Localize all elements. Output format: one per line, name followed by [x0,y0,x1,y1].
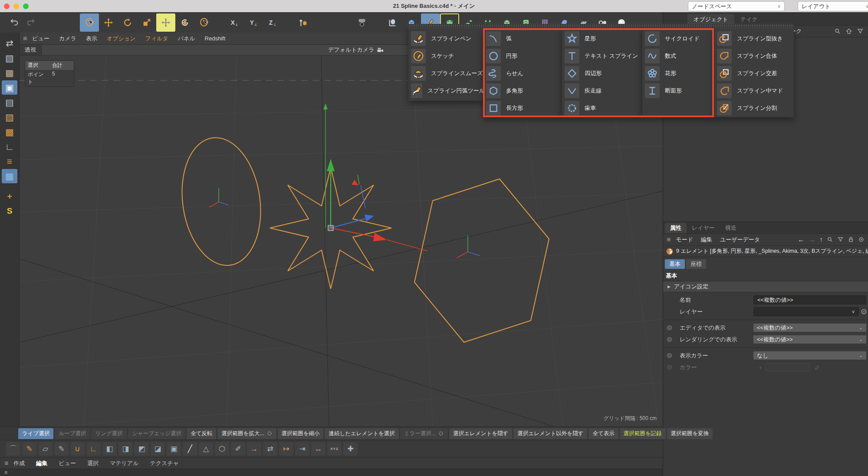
selection-button-1[interactable]: ライブ選択 [18,428,53,439]
selection-button-11[interactable]: 選択エレメント以外を隠す [513,428,587,439]
nodespace-select[interactable]: ノードスペース∨ [688,1,785,11]
bottom-menu-1[interactable]: 作成 [13,459,25,467]
lock-x-button[interactable]: X [225,13,244,32]
bottom-menu-5[interactable]: マテリアル [110,459,139,467]
menu-item-prim2-2[interactable]: テキスト スプライン [562,47,642,65]
polygon-mode-icon[interactable]: ▨ [2,110,17,124]
sculpt-knife-icon[interactable]: ✎ [22,442,36,456]
menu-item-bool-1[interactable]: スプライン型抜き [714,30,794,47]
hamburger-icon[interactable]: ≡ [23,35,27,43]
viewport-menu-1[interactable]: ビュー [32,35,49,43]
menu-item-prim3-4[interactable]: 断面形 [642,82,714,99]
bottom-menu-3[interactable]: ビュー [59,459,76,467]
tab-structure[interactable]: 構造 [720,223,742,233]
cone-tool-icon[interactable]: △ [199,442,213,456]
gear-icon[interactable] [266,430,273,436]
inner-extrude-icon[interactable]: ◨ [118,442,133,456]
uv-mode-icon[interactable]: ▦ [2,169,17,183]
live-selection-tool[interactable] [194,13,214,32]
display-settings-button[interactable] [383,13,402,32]
selection-button-6[interactable]: 選択範囲を拡大... [217,428,276,439]
close-window-icon[interactable] [4,3,10,9]
extrude-icon[interactable]: ◧ [102,442,117,456]
menu-item-prim1-3[interactable]: らせん [483,65,562,82]
snap-icon[interactable]: S [2,204,17,218]
arrow-move-icon[interactable]: → [247,442,261,456]
menu-item-prim3-3[interactable]: 花形 [642,65,714,82]
model-mode-icon[interactable]: ▧ [2,51,17,65]
color-swatch[interactable] [766,363,810,371]
menu-item-bool-5[interactable]: スプライン分割 [714,99,794,117]
filter-icon[interactable] [837,236,844,243]
polygon-pen-icon[interactable]: ⬡ [215,442,229,456]
menu-mode[interactable]: モード [676,236,693,244]
menu-item-prim2-5[interactable]: 歯車 [562,99,642,117]
point-mode-icon[interactable]: ▣ [2,80,17,95]
menu-item-prim1-1[interactable]: 弧 [483,30,562,47]
menu-edit[interactable]: 編集 [701,236,712,244]
lock-icon[interactable] [848,236,854,243]
make-editable-icon[interactable]: ⇄ [2,36,17,50]
viewport-menu-6[interactable]: パネル [178,35,195,43]
selection-button-5[interactable]: 全て反転 [187,428,216,439]
undo-icon[interactable] [5,13,23,32]
viewport-menu-4[interactable]: オプション [107,35,136,43]
arrow-swap-icon[interactable]: ⇄ [263,442,277,456]
layer-browse-icon[interactable] [861,308,867,315]
axis-modify-icon[interactable]: + [2,189,17,203]
editor-visibility-dropdown[interactable]: <<複数の値>>⌄ [753,324,866,332]
lock-y-button[interactable]: Y [244,13,263,32]
arrow-end-icon[interactable]: ⇥ [295,442,309,456]
search-icon[interactable] [827,236,833,243]
circle-spline[interactable] [174,132,268,271]
menu-item-prim3-1[interactable]: サイクロイド [642,30,714,47]
menu-item-bool-4[interactable]: スプライン中マド [714,82,794,99]
menu-item-prim2-1[interactable]: 星形 [562,30,642,47]
hamburger-icon[interactable]: ≡ [667,236,671,244]
xyz-grid-icon[interactable]: XYZ [327,442,342,456]
render-visibility-dropdown[interactable]: <<複数の値>>⌄ [753,335,866,344]
forward-arrow-icon[interactable]: → [809,236,815,244]
name-input[interactable]: <<複数の値>> [753,295,866,304]
menu-item-prim1-5[interactable]: 長方形 [483,99,562,117]
eyedropper-icon[interactable] [814,364,821,370]
menu-item-prim2-4[interactable]: 疾走線 [562,82,642,99]
selection-button-10[interactable]: 選択エレメントを隠す [449,428,512,439]
coord-system-button[interactable] [293,13,312,32]
snap-move-tool[interactable] [156,13,175,32]
tab-basic[interactable]: 基本 [665,259,685,269]
hamburger-icon[interactable]: ≡ [4,469,7,476]
selection-button-12[interactable]: 全て表示 [589,428,618,439]
texture-mode-icon[interactable]: ▦ [2,66,17,80]
plane-cut-icon[interactable]: ▱ [38,442,53,456]
home-icon[interactable] [845,28,852,35]
menu-item-prim2-3[interactable]: 四辺形 [562,65,642,82]
filter-icon[interactable] [857,28,864,35]
arrow-span-icon[interactable]: ↔ [311,442,326,456]
menu-item-bool-2[interactable]: スプライン合体 [714,47,794,65]
layer-dropdown[interactable]: ∨ [753,307,859,316]
menu-item-tool-1[interactable]: スプラインペン [408,30,483,47]
workplane-icon[interactable]: ∟ [2,139,17,154]
layout-select[interactable]: レイアウト∨ [798,1,868,11]
menu-userdata[interactable]: ユーザーデータ [720,236,760,244]
texture-axis-icon[interactable]: ≡ [2,154,17,169]
viewport-menu-2[interactable]: カメラ [59,35,76,43]
tab-coordinates[interactable]: 座標 [686,259,706,269]
redo-icon[interactable] [23,13,40,32]
search-icon[interactable] [834,28,841,35]
knife-icon[interactable]: ╱ [183,442,197,456]
axis-cube-icon[interactable]: ▩ [2,125,17,139]
menu-item-prim1-2[interactable]: 円形 [483,47,562,65]
selection-button-7[interactable]: 選択範囲を縮小 [278,428,324,439]
selection-button-14[interactable]: 選択範囲を変換 [667,428,713,439]
selection-button-8[interactable]: 連続したエレメントを選択 [325,428,398,439]
radio-icon[interactable] [665,324,674,331]
slide-icon[interactable]: ✐ [231,442,245,456]
minimize-window-icon[interactable] [13,3,19,9]
back-arrow-icon[interactable]: ← [798,236,805,244]
menu-item-tool-3[interactable]: スプラインスムーズ [408,65,483,82]
rotate-tool[interactable] [118,13,137,32]
radio-icon[interactable] [665,352,674,359]
pencil-icon[interactable]: ✎ [54,442,69,456]
